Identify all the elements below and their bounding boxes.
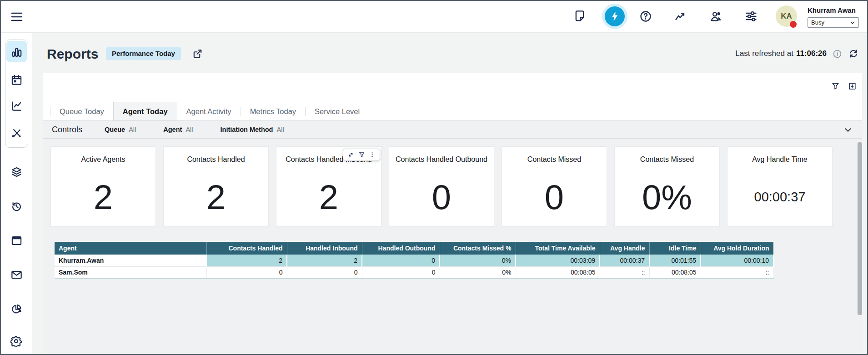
filter-initiation-method[interactable]: Initiation Method All xyxy=(221,126,284,133)
kebab-menu-icon[interactable] xyxy=(369,151,376,158)
sidebar-item-analytics[interactable] xyxy=(10,303,23,315)
envelope-icon xyxy=(10,269,23,281)
external-link-icon[interactable] xyxy=(192,49,203,59)
kpi-card-contacts-missed-pct[interactable]: Contacts Missed 0% xyxy=(614,146,720,227)
kpi-card-avg-handle-time[interactable]: Avg Handle Time 00:00:37 xyxy=(727,146,833,227)
metrics-chart-icon[interactable] xyxy=(674,10,687,23)
kpi-card-active-agents[interactable]: Active Agents 2 xyxy=(50,146,156,227)
kpi-cards-row: Active Agents 2 Contacts Handled 2 Conta… xyxy=(50,146,833,227)
kpi-card-contacts-handled-outbound[interactable]: Contacts Handled Outbound 0 xyxy=(389,146,494,227)
kpi-title: Contacts Missed xyxy=(617,155,717,164)
report-tabs: Queue Today Agent Today Agent Activity M… xyxy=(50,102,369,121)
col-header-handled-outbound[interactable]: Handled Outbound xyxy=(362,242,440,255)
col-header-contacts-handled[interactable]: Contacts Handled xyxy=(206,242,287,255)
filter-label: Initiation Method xyxy=(221,126,273,133)
table-cell: Sam.Som xyxy=(55,266,206,278)
bar-chart-icon xyxy=(10,46,23,59)
col-header-total-time-available[interactable]: Total Time Available xyxy=(516,242,600,255)
kpi-value: 0% xyxy=(615,174,719,220)
calendar-icon xyxy=(10,74,23,86)
agent-table[interactable]: Agent Contacts Handled Handled Inbound H… xyxy=(55,242,774,279)
presence-dot xyxy=(790,21,797,28)
sidebar-item-design[interactable] xyxy=(10,127,23,139)
filter-value: All xyxy=(129,126,136,133)
settings-sliders-icon[interactable] xyxy=(745,10,758,23)
tab-queue-today[interactable]: Queue Today xyxy=(50,102,113,121)
help-icon[interactable] xyxy=(639,10,652,23)
tab-agent-today[interactable]: Agent Today xyxy=(113,102,177,121)
kpi-title: Active Agents xyxy=(54,155,153,164)
sidebar-item-historical-metrics[interactable] xyxy=(10,100,23,112)
col-header-agent[interactable]: Agent xyxy=(55,242,206,255)
controls-title: Controls xyxy=(52,125,82,135)
sidebar-item-settings[interactable] xyxy=(10,335,23,347)
table-cell: 00:03:09 xyxy=(516,255,600,266)
layers-icon xyxy=(10,166,23,178)
refresh-area: Last refreshed at 11:06:26 xyxy=(735,48,859,59)
col-header-avg-hold-duration[interactable]: Avg Hold Duration xyxy=(701,242,773,255)
table-row: Khurram.Awan 2 2 0 0% 00:03:09 00:00:37 … xyxy=(55,255,773,266)
table-cell: 0 xyxy=(206,266,287,278)
kpi-value: 0 xyxy=(389,174,494,220)
expand-icon[interactable] xyxy=(347,151,354,158)
controls-collapse-chevron-icon[interactable] xyxy=(843,125,853,135)
kpi-card-contacts-handled-inbound[interactable]: Contacts Handled Inbound 2 xyxy=(276,146,381,227)
table-row: Sam.Som 0 0 0 0% 00:08:05 :: 00:08:05 :: xyxy=(55,266,773,278)
kpi-card-contacts-missed[interactable]: Contacts Missed 0 xyxy=(502,146,607,227)
filter-value: All xyxy=(186,126,193,133)
kpi-value: 2 xyxy=(164,174,268,220)
tab-agent-activity[interactable]: Agent Activity xyxy=(177,102,241,121)
col-header-avg-handle[interactable]: Avg Handle xyxy=(600,242,649,255)
tab-metrics-today[interactable]: Metrics Today xyxy=(241,102,305,121)
top-bar: KA Khurram Awan Busy xyxy=(1,1,867,33)
filter-funnel-icon[interactable] xyxy=(831,82,840,90)
info-icon[interactable] xyxy=(833,49,842,59)
app-window: KA Khurram Awan Busy xyxy=(0,0,868,355)
history-clock-icon xyxy=(10,200,23,213)
table-cell: 0 xyxy=(287,266,362,278)
download-icon[interactable] xyxy=(848,82,857,90)
dashboard-area: Controls Queue All Agent All Initiation … xyxy=(43,121,862,353)
page-title: Reports xyxy=(47,46,98,62)
filter-funnel-icon[interactable] xyxy=(358,151,365,158)
kpi-title: Contacts Missed xyxy=(505,155,604,164)
sidebar-item-mail[interactable] xyxy=(10,269,23,281)
vertical-scrollbar-thumb[interactable] xyxy=(858,142,862,315)
table-cell: :: xyxy=(600,266,649,278)
kpi-title: Avg Handle Time xyxy=(730,155,829,164)
window-icon xyxy=(10,235,23,247)
table-cell: 0% xyxy=(440,266,516,278)
report-badge: Performance Today xyxy=(106,47,181,60)
filter-label: Queue xyxy=(105,126,125,133)
col-header-idle-time[interactable]: Idle Time xyxy=(649,242,701,255)
status-select[interactable]: Busy xyxy=(808,17,859,28)
col-header-contacts-missed-pct[interactable]: Contacts Missed % xyxy=(440,242,516,255)
sidebar-item-layers[interactable] xyxy=(10,166,23,178)
sidebar-item-history[interactable] xyxy=(10,200,23,213)
last-refreshed-label: Last refreshed at xyxy=(735,49,793,58)
col-header-handled-inbound[interactable]: Handled Inbound xyxy=(287,242,362,255)
sidebar-item-scheduling[interactable] xyxy=(10,74,23,86)
users-icon[interactable] xyxy=(710,10,722,23)
avatar-initials: KA xyxy=(781,12,792,21)
filter-agent[interactable]: Agent All xyxy=(163,126,193,133)
notes-icon[interactable] xyxy=(573,10,586,23)
filter-queue[interactable]: Queue All xyxy=(105,126,136,133)
sidebar-item-realtime-metrics[interactable] xyxy=(10,46,23,59)
report-panel: Queue Today Agent Today Agent Activity M… xyxy=(43,73,862,353)
table-cell: 0 xyxy=(362,255,440,266)
table-cell: 00:00:10 xyxy=(701,255,773,266)
filter-value: All xyxy=(276,126,284,133)
hamburger-menu-icon[interactable] xyxy=(11,11,23,22)
kpi-card-contacts-handled[interactable]: Contacts Handled 2 xyxy=(163,146,269,227)
quick-actions-button[interactable] xyxy=(602,4,627,29)
table-cell: 00:00:37 xyxy=(600,255,649,266)
refresh-icon[interactable] xyxy=(848,48,859,59)
pie-chart-icon xyxy=(10,303,23,315)
tab-service-level[interactable]: Service Level xyxy=(306,102,369,121)
kpi-value: 0 xyxy=(502,174,607,220)
last-refreshed-time: 11:06:26 xyxy=(796,49,827,58)
sidebar-item-browser[interactable] xyxy=(10,235,23,247)
lightning-icon xyxy=(605,6,625,26)
panel-toolbar xyxy=(831,82,857,90)
